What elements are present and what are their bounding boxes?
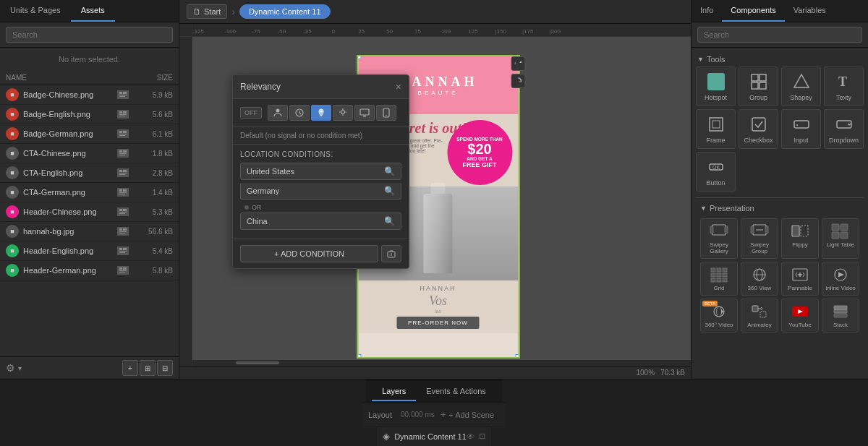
tool-frame[interactable]: Frame xyxy=(696,109,736,149)
condition-search-icon-2[interactable]: 🔍 xyxy=(384,216,395,226)
tool-animatey[interactable]: Animatey xyxy=(741,299,778,333)
svg-point-106 xyxy=(717,306,722,317)
promo-cta-btn[interactable]: PRE-ORDER NOW xyxy=(396,317,480,329)
condition-row-0[interactable]: United States 🔍 xyxy=(240,163,401,180)
tool-swipey-group[interactable]: Swipey Group xyxy=(741,218,778,259)
add-condition-button[interactable]: + ADD CONDITION xyxy=(240,245,378,262)
svg-rect-82 xyxy=(751,226,754,233)
active-breadcrumb[interactable]: Dynamic Content 11 xyxy=(239,4,331,19)
section-divider xyxy=(696,197,864,198)
condition-search-icon-0[interactable]: 🔍 xyxy=(384,166,395,176)
tool-hotspot[interactable]: Hotspot xyxy=(696,67,736,106)
flippy-label: Flippy xyxy=(792,241,807,248)
tool-360-video[interactable]: BETA 360° Video xyxy=(700,299,738,333)
h-scrollbar-thumb[interactable] xyxy=(236,361,279,364)
tool-360-view[interactable]: 360 View xyxy=(741,262,778,296)
stack-icon xyxy=(830,303,851,320)
tool-checkbox[interactable]: Checkbox xyxy=(739,109,778,149)
tool-stack[interactable]: Stack xyxy=(822,299,859,333)
tab-events-actions[interactable]: Events & Actions xyxy=(416,382,496,401)
lock-icon[interactable]: ⊡ xyxy=(479,432,485,441)
tab-units-pages[interactable]: Units & Pages xyxy=(0,0,71,22)
h-scrollbar[interactable] xyxy=(192,360,691,366)
popup-phone-icon-btn[interactable] xyxy=(376,105,396,121)
right-search-input[interactable] xyxy=(697,27,862,43)
ruler-mark: -125 xyxy=(192,28,204,35)
tab-components[interactable]: Components xyxy=(722,0,784,22)
popup-weather-icon-btn[interactable] xyxy=(333,105,353,121)
tool-group[interactable]: Group xyxy=(739,67,778,106)
list-item[interactable]: ■Header-Chinese.png5.3 kB xyxy=(0,202,179,222)
canvas-viewport[interactable]: HANNAH BEAUTÉ The secret is out! Don't m… xyxy=(192,37,691,366)
presentation-collapse-arrow: ▼ xyxy=(700,205,707,212)
popup-off-button[interactable]: OFF xyxy=(240,107,262,119)
popup-close-button[interactable]: × xyxy=(396,81,401,93)
svg-text:OK: OK xyxy=(712,165,720,170)
list-item[interactable]: ■Badge-German.png6.1 kB xyxy=(0,124,179,144)
rotate-handle[interactable] xyxy=(511,56,525,71)
tool-flippy[interactable]: Flippy xyxy=(781,218,819,259)
tool-texty[interactable]: T Texty xyxy=(824,67,864,106)
tab-assets[interactable]: Assets xyxy=(71,0,115,22)
gear-icon[interactable]: ⚙ xyxy=(6,362,15,374)
tools-label[interactable]: ▼ Tools xyxy=(696,52,864,67)
tool-shapey[interactable]: Shapey xyxy=(781,67,821,106)
svg-rect-49 xyxy=(119,272,125,273)
or-badge: OR xyxy=(240,202,401,213)
list-item[interactable]: ■CTA-German.png1.4 kB xyxy=(0,183,179,202)
list-item[interactable]: ■CTA-English.png2.8 kB xyxy=(0,163,179,183)
stack-label: Stack xyxy=(833,322,848,328)
presentation-label[interactable]: ▼ Presentation xyxy=(696,201,864,215)
list-item[interactable]: ■Badge-English.png5.6 kB xyxy=(0,105,179,124)
vertical-ruler xyxy=(179,37,192,366)
conditions-title: LOCATION CONDITIONS: xyxy=(240,150,401,158)
svg-rect-6 xyxy=(119,111,122,113)
tool-inline-video[interactable]: Inline Video xyxy=(822,262,859,296)
popup-location-icon-btn[interactable] xyxy=(311,105,331,121)
tool-grid[interactable]: Grid xyxy=(700,262,738,296)
svg-rect-94 xyxy=(711,273,715,277)
svg-rect-86 xyxy=(801,226,808,236)
list-item[interactable]: ■Header-English.png5.4 kB xyxy=(0,241,179,261)
pannable-label: Pannable xyxy=(788,285,812,291)
add-asset-button[interactable]: + xyxy=(122,360,138,376)
list-item[interactable]: ■CTA-Chinese.png1.8 kB xyxy=(0,144,179,163)
hotspot-icon xyxy=(706,72,726,92)
tool-button[interactable]: OK Button xyxy=(696,152,736,192)
dynamic-content-name: Dynamic Content 11 xyxy=(394,432,467,441)
tab-info[interactable]: Info xyxy=(692,0,722,22)
list-item[interactable]: ■hannah-bg.jpg56.6 kB xyxy=(0,222,179,241)
tool-dropdown[interactable]: Dropdown xyxy=(824,109,864,149)
ruler-mark: 75 xyxy=(414,28,421,35)
tool-swipey-gallery[interactable]: Swipey Gallery xyxy=(700,218,738,259)
condition-row-2[interactable]: China 🔍 xyxy=(240,213,401,230)
popup-screen-icon-btn[interactable] xyxy=(354,105,375,121)
tool-pannable[interactable]: Pannable xyxy=(781,262,819,296)
bottom-timeline-bar: Layout 00.000 ms + + Add Scene xyxy=(362,403,506,426)
popup-clock-icon-btn[interactable] xyxy=(289,105,310,121)
tool-youtube[interactable]: YouTube xyxy=(781,299,819,333)
popup-person-icon-btn[interactable] xyxy=(268,105,288,121)
delete-condition-button[interactable] xyxy=(381,245,401,262)
list-item[interactable]: ■Badge-Chinese.png5.9 kB xyxy=(0,85,179,105)
delete-asset-button[interactable]: ⊟ xyxy=(157,360,173,376)
gear-dropdown-icon[interactable]: ▾ xyxy=(18,364,22,372)
asset-name: Badge-English.png xyxy=(23,110,117,119)
svg-rect-2 xyxy=(123,92,127,94)
refresh-handle[interactable] xyxy=(511,74,525,88)
asset-size: 5.9 kB xyxy=(133,91,173,99)
tool-light-table[interactable]: Light Table xyxy=(822,218,859,259)
folder-button[interactable]: ⊞ xyxy=(140,360,156,376)
tool-input[interactable]: Input xyxy=(781,109,821,149)
add-scene-button[interactable]: + + Add Scene xyxy=(435,406,500,423)
condition-search-icon-1[interactable]: 🔍 xyxy=(384,186,395,196)
tab-layers[interactable]: Layers xyxy=(372,382,416,401)
list-item[interactable]: ■Header-German.png5.8 kB xyxy=(0,261,179,280)
tab-variables[interactable]: Variables xyxy=(785,0,835,22)
start-breadcrumb[interactable]: 🗋 Start xyxy=(187,4,227,19)
zoom-level[interactable]: 100% xyxy=(637,369,655,377)
eye-toggle[interactable]: 👁 xyxy=(467,432,475,441)
popup-add-section: + ADD CONDITION xyxy=(233,239,409,268)
left-search-input[interactable] xyxy=(6,27,173,43)
condition-row-1[interactable]: Germany 🔍 xyxy=(240,183,401,200)
